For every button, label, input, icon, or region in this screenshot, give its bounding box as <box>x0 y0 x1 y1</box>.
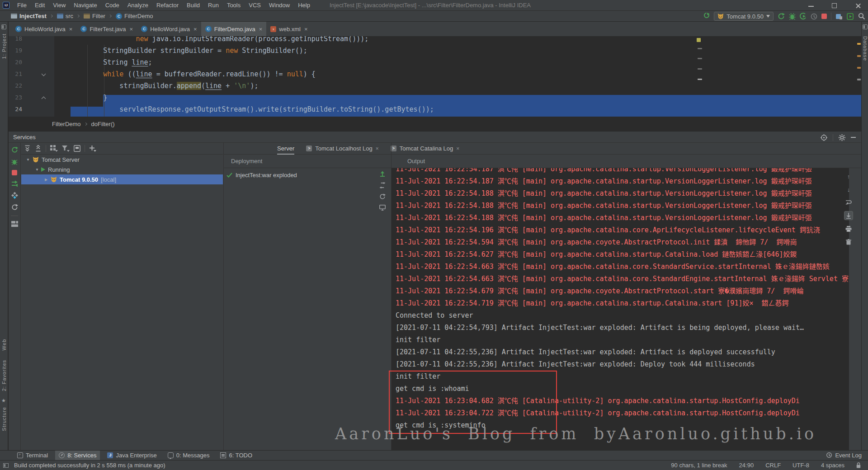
deploy-artifact-icon[interactable] <box>379 171 386 177</box>
menu-code[interactable]: Code <box>101 0 123 11</box>
stripe-structure-button[interactable]: Structure <box>1 407 7 431</box>
toolwindow-button-java-enterprise[interactable]: JJava Enterprise <box>104 451 160 461</box>
panel-divider[interactable] <box>223 143 224 450</box>
soft-wrap-icon[interactable] <box>844 198 853 207</box>
project-tool-window-icon[interactable] <box>1 24 6 29</box>
run-with-coverage-icon[interactable] <box>800 13 807 20</box>
group-by-icon[interactable] <box>50 145 58 152</box>
breadcrumb-project[interactable]: InjectTest <box>11 13 47 19</box>
stripe-database-button[interactable]: Database <box>863 36 868 61</box>
code-line-24[interactable]: 24 servletResponse.getOutputStream().wri… <box>9 103 861 115</box>
services-diamond-icon[interactable] <box>11 192 18 199</box>
menu-tools[interactable]: Tools <box>223 0 245 11</box>
deployment-item[interactable]: InjectTest:war exploded <box>225 170 387 180</box>
lock-icon[interactable] <box>856 462 861 468</box>
close-icon[interactable]: × <box>69 26 73 33</box>
menu-file[interactable]: File <box>13 0 31 11</box>
status-item[interactable]: 24:90 <box>739 462 754 469</box>
menu-edit[interactable]: Edit <box>31 0 49 11</box>
add-service-icon[interactable] <box>89 145 96 152</box>
menu-analyze[interactable]: Analyze <box>123 0 152 11</box>
expand-all-icon[interactable] <box>24 145 31 152</box>
chevron-expanded-icon[interactable]: ▼ <box>26 158 30 162</box>
locate-icon[interactable] <box>821 134 827 141</box>
stripe-web-button[interactable]: Web <box>1 339 7 350</box>
menu-navigate[interactable]: Navigate <box>70 0 101 11</box>
menu-refactor[interactable]: Refactor <box>152 0 183 11</box>
build-project-icon[interactable] <box>703 13 710 20</box>
breadcrumb-class[interactable]: FilterDemo <box>52 121 81 127</box>
menu-build[interactable]: Build <box>183 0 204 11</box>
close-icon[interactable]: × <box>304 26 308 33</box>
search-everywhere-icon[interactable] <box>858 13 865 20</box>
code-editor[interactable]: 18 new java.io.InputStreamReader(process… <box>9 36 861 117</box>
gear-icon[interactable] <box>839 134 845 141</box>
monitor-icon[interactable] <box>379 205 386 211</box>
profiler-icon[interactable] <box>811 13 817 20</box>
window-minimize-icon[interactable] <box>807 2 816 9</box>
close-icon[interactable]: × <box>130 26 133 33</box>
window-close-icon[interactable] <box>854 2 863 9</box>
code-line-22[interactable]: 22 stringBuilder.append(line + '\n'); <box>9 80 861 92</box>
scroll-down-icon[interactable]: ↓ <box>844 185 853 194</box>
build-status-message[interactable]: Build completed successfully in 2 s 558 … <box>14 462 165 469</box>
status-item[interactable]: UTF-8 <box>793 462 809 469</box>
editor-tab-helloworld-java[interactable]: CHelloWorld.java× <box>11 22 76 36</box>
menu-vcs[interactable]: VCS <box>245 0 265 11</box>
event-log-button[interactable]: Event Log <box>826 450 862 460</box>
open-in-browser-icon[interactable] <box>835 13 843 20</box>
server-tab-tomcat-catalina-log[interactable]: >Tomcat Catalina Log× <box>391 143 460 155</box>
server-tab-tomcat-localhost-log[interactable]: >Tomcat Localhost Log× <box>306 143 378 155</box>
editor-tab-filterdemo-java[interactable]: CFilterDemo.java× <box>201 22 267 36</box>
close-icon[interactable]: × <box>259 26 263 33</box>
sync-icon[interactable] <box>379 193 386 200</box>
tool-window-switcher-icon[interactable] <box>3 463 9 468</box>
toolwindow-button-6-todo[interactable]: 6: TODO <box>217 451 256 461</box>
editor-tab-filtertest-java[interactable]: CFilterTest.java× <box>76 22 137 36</box>
deploy-icon[interactable] <box>11 180 18 187</box>
scroll-to-end-icon[interactable] <box>844 211 853 220</box>
menu-run[interactable]: Run <box>204 0 223 11</box>
clear-console-icon[interactable] <box>844 237 853 246</box>
debug-icon[interactable] <box>789 13 796 20</box>
filter-icon[interactable] <box>62 145 70 152</box>
run-dashboard-icon[interactable] <box>847 13 854 20</box>
rerun-icon[interactable] <box>11 146 18 153</box>
fold-marker-icon[interactable] <box>42 72 46 76</box>
database-tool-window-icon[interactable] <box>863 24 868 29</box>
code-line-18[interactable]: 18 new java.io.InputStreamReader(process… <box>9 36 861 45</box>
breadcrumb-filter[interactable]: Filter <box>84 13 105 19</box>
chevron-collapsed-icon[interactable]: ▶ <box>44 178 48 182</box>
code-line-23[interactable]: 23 } <box>9 92 861 103</box>
stop-icon[interactable] <box>821 14 827 19</box>
stop-icon[interactable] <box>12 170 17 175</box>
run-configuration-select[interactable]: Tomcat 9.0.50 <box>714 12 774 21</box>
code-line-21[interactable]: 21 while ((line = bufferedReader.readLin… <box>9 68 861 80</box>
breadcrumb-method[interactable]: doFilter() <box>91 121 115 127</box>
collapse-all-icon[interactable] <box>35 145 42 152</box>
status-item[interactable]: 4 spaces <box>821 462 844 469</box>
status-item[interactable]: CRLF <box>765 462 781 469</box>
code-line-20[interactable]: 20 String line; <box>9 56 861 68</box>
menu-view[interactable]: View <box>49 0 70 11</box>
editor-tab-web-xml[interactable]: xweb.xml× <box>266 22 311 36</box>
print-icon[interactable] <box>844 224 853 233</box>
stripe-favorites-button[interactable]: 2: Favorites <box>1 360 7 391</box>
close-icon[interactable]: × <box>193 26 197 33</box>
publish-icon[interactable] <box>379 182 386 188</box>
toolwindow-button-8-services[interactable]: 8: Services <box>55 451 100 461</box>
rerun-server-icon[interactable] <box>778 13 785 20</box>
debug-icon[interactable] <box>11 158 18 165</box>
close-icon[interactable]: × <box>376 146 379 152</box>
server-tab-server[interactable]: Server <box>277 143 294 155</box>
tree-item-tomcat-9050[interactable]: ▶ Tomcat 9.0.50 [local] <box>21 174 223 184</box>
breadcrumb-filterdemo[interactable]: CFilterDemo <box>116 13 153 19</box>
float-window-icon[interactable] <box>74 145 80 152</box>
tree-item-running[interactable]: ▼ Running <box>21 164 223 174</box>
stripe-project-button[interactable]: 1: Project <box>1 33 7 59</box>
code-line-19[interactable]: 19 StringBuilder stringBuilder = new Str… <box>9 45 861 56</box>
toolwindow-button-0-messages[interactable]: 0: Messages <box>164 451 213 461</box>
window-maximize-icon[interactable] <box>830 2 840 9</box>
fold-marker-icon[interactable] <box>42 97 46 101</box>
scroll-up-icon[interactable]: ↑ <box>844 172 853 181</box>
